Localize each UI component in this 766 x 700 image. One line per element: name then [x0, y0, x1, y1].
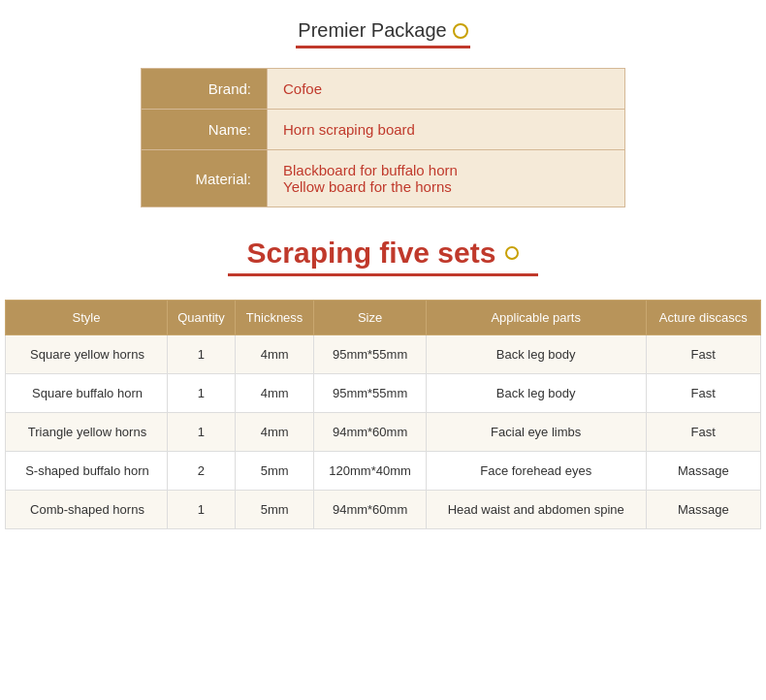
- premier-underline: [296, 46, 470, 48]
- table-header-row: Style Quantity Thickness Size Applicable…: [6, 301, 761, 335]
- cell-applicable: Back leg body: [426, 374, 646, 413]
- cell-disease: Massage: [646, 491, 760, 529]
- brand-value: Cofoe: [268, 69, 625, 110]
- col-size: Size: [314, 301, 427, 335]
- cell-quantity: 1: [167, 374, 235, 413]
- premier-circle-icon: [453, 23, 468, 39]
- cell-disease: Fast: [646, 335, 760, 374]
- col-style: Style: [6, 301, 168, 335]
- table-row: Square yellow horns14mm95mm*55mmBack leg…: [6, 335, 761, 374]
- cell-applicable: Face forehead eyes: [426, 452, 646, 491]
- col-applicable: Applicable parts: [426, 301, 646, 335]
- cell-style: Triangle yellow horns: [6, 413, 168, 452]
- cell-thickness: 4mm: [235, 413, 313, 452]
- table-row: S-shaped buffalo horn25mm120mm*40mmFace …: [6, 452, 761, 491]
- col-thickness: Thickness: [235, 301, 313, 335]
- col-disease: Acture discascs: [646, 301, 760, 335]
- material-label: Material:: [142, 150, 268, 207]
- scraping-circle-icon: [505, 246, 519, 260]
- cell-thickness: 5mm: [235, 491, 313, 529]
- cell-size: 95mm*55mm: [314, 374, 427, 413]
- cell-quantity: 1: [167, 335, 235, 374]
- material-value: Blackboard for buffalo horn Yellow board…: [268, 150, 625, 207]
- cell-style: S-shaped buffalo horn: [6, 452, 168, 491]
- cell-thickness: 4mm: [235, 335, 313, 374]
- scraping-section: Scraping five sets: [10, 237, 756, 276]
- premier-title: Premier Package: [298, 19, 446, 42]
- brand-label: Brand:: [142, 69, 268, 110]
- col-quantity: Quantity: [167, 301, 235, 335]
- table-row: Square buffalo horn14mm95mm*55mmBack leg…: [6, 374, 761, 413]
- cell-applicable: Head waist and abdomen spine: [426, 491, 646, 529]
- material-row: Material: Blackboard for buffalo horn Ye…: [142, 150, 625, 207]
- premier-section: Premier Package: [10, 19, 756, 48]
- cell-size: 94mm*60mm: [314, 413, 427, 452]
- cell-style: Square yellow horns: [6, 335, 168, 374]
- table-row: Comb-shaped horns15mm94mm*60mmHead waist…: [6, 491, 761, 529]
- table-row: Triangle yellow horns14mm94mm*60mmFacial…: [6, 413, 761, 452]
- cell-disease: Fast: [646, 413, 760, 452]
- cell-quantity: 1: [167, 491, 235, 529]
- cell-thickness: 4mm: [235, 374, 313, 413]
- material-value-2: Yellow board for the horns: [283, 178, 452, 195]
- product-table: Style Quantity Thickness Size Applicable…: [5, 300, 761, 529]
- material-value-1: Blackboard for buffalo horn: [283, 162, 458, 178]
- scraping-title: Scraping five sets: [247, 237, 496, 270]
- info-table: Brand: Cofoe Name: Horn scraping board M…: [141, 68, 625, 207]
- cell-style: Comb-shaped horns: [6, 491, 168, 529]
- cell-quantity: 2: [167, 452, 235, 491]
- cell-style: Square buffalo horn: [6, 374, 168, 413]
- scraping-underline: [228, 273, 538, 276]
- cell-applicable: Back leg body: [426, 335, 646, 374]
- cell-size: 94mm*60mm: [314, 491, 427, 529]
- cell-thickness: 5mm: [235, 452, 313, 491]
- cell-size: 95mm*55mm: [314, 335, 427, 374]
- cell-quantity: 1: [167, 413, 235, 452]
- cell-disease: Fast: [646, 374, 760, 413]
- name-label: Name:: [142, 110, 268, 150]
- cell-size: 120mm*40mm: [314, 452, 427, 491]
- name-row: Name: Horn scraping board: [142, 110, 625, 150]
- brand-row: Brand: Cofoe: [142, 69, 625, 110]
- cell-disease: Massage: [646, 452, 760, 491]
- name-value: Horn scraping board: [268, 110, 625, 150]
- cell-applicable: Facial eye limbs: [426, 413, 646, 452]
